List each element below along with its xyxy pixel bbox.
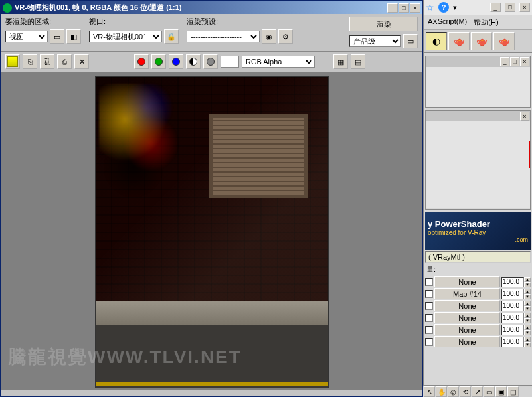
map-slot-button[interactable]: None bbox=[434, 312, 500, 323]
map-amount-input[interactable] bbox=[501, 337, 524, 347]
map-slot-button[interactable]: Map #14 bbox=[434, 288, 500, 299]
clear-icon[interactable]: ✕ bbox=[74, 54, 89, 69]
map-amount-input[interactable] bbox=[501, 301, 524, 311]
side-close-button[interactable]: × bbox=[519, 3, 530, 12]
sub1-min-icon[interactable]: _ bbox=[500, 57, 509, 66]
map-checkbox[interactable] bbox=[425, 314, 433, 322]
area-select[interactable]: 视图 bbox=[5, 31, 48, 42]
channel-select[interactable]: RGB Alpha bbox=[242, 56, 315, 68]
spin-up-icon[interactable]: ▲ bbox=[524, 313, 531, 318]
map-checkbox[interactable] bbox=[425, 278, 433, 286]
help-dropdown-icon[interactable]: ▾ bbox=[453, 3, 457, 12]
crop-icon[interactable]: ◧ bbox=[66, 29, 81, 44]
favorite-icon[interactable]: ☆ bbox=[426, 2, 434, 13]
spin-down-icon[interactable]: ▼ bbox=[524, 282, 531, 287]
alpha-channel-icon[interactable] bbox=[186, 54, 201, 69]
spin-down-icon[interactable]: ▼ bbox=[524, 294, 531, 299]
map-amount-input[interactable] bbox=[501, 313, 524, 323]
map-slot-button[interactable]: None bbox=[434, 336, 500, 347]
render-settings-bar: 要渲染的区域: 视图 ▭ ◧ 视口: VR-物理相机001 🔒 渲染预设: --… bbox=[1, 14, 422, 52]
map-amount-spinner[interactable]: ▲▼ bbox=[501, 289, 531, 299]
maximize-button[interactable]: □ bbox=[399, 3, 409, 13]
material-name[interactable]: ( VRayMtl ) bbox=[425, 251, 531, 263]
copy-icon[interactable]: ⎘ bbox=[23, 54, 37, 69]
sample-sphere-icon[interactable]: ◐ bbox=[426, 32, 447, 50]
spin-down-icon[interactable]: ▼ bbox=[524, 318, 531, 323]
color-swatch[interactable] bbox=[221, 56, 239, 68]
map-slot-button[interactable]: None bbox=[434, 300, 500, 311]
nav-maximize-icon[interactable]: ▣ bbox=[495, 386, 507, 397]
map-amount-input[interactable] bbox=[501, 277, 524, 287]
rendered-image bbox=[95, 76, 329, 388]
map-amount-spinner[interactable]: ▲▼ bbox=[501, 325, 531, 335]
map-checkbox[interactable] bbox=[425, 326, 433, 334]
graffiti bbox=[99, 84, 185, 203]
nav-rotate-icon[interactable]: ⟲ bbox=[460, 386, 471, 397]
lock-icon[interactable]: 🔒 bbox=[164, 29, 179, 44]
render-button[interactable]: 渲染 bbox=[349, 17, 418, 31]
save-icon[interactable] bbox=[5, 54, 20, 69]
menu-maxscript[interactable]: AXScript(M) bbox=[428, 17, 467, 27]
map-amount-spinner[interactable]: ▲▼ bbox=[501, 301, 531, 311]
map-checkbox[interactable] bbox=[425, 290, 433, 298]
map-row: None▲▼ bbox=[425, 324, 531, 335]
banner-com: .com bbox=[428, 236, 528, 243]
toggle-b-icon[interactable]: ▤ bbox=[351, 54, 365, 69]
nav-field-icon[interactable]: ▭ bbox=[484, 386, 495, 397]
mono-channel-icon[interactable] bbox=[203, 54, 218, 69]
spin-down-icon[interactable]: ▼ bbox=[524, 330, 531, 335]
map-amount-input[interactable] bbox=[501, 289, 524, 299]
map-slot-button[interactable]: None bbox=[434, 276, 500, 287]
help-icon[interactable]: ? bbox=[438, 2, 449, 13]
quality-select[interactable]: 产品级 bbox=[349, 35, 401, 47]
teapot3-icon[interactable]: 🫖 bbox=[493, 32, 515, 50]
preset-save-icon[interactable]: ⚙ bbox=[278, 29, 293, 44]
nav-parent-icon[interactable]: ↖ bbox=[424, 386, 435, 397]
preset-open-icon[interactable]: ◉ bbox=[262, 29, 276, 44]
sub-panel-1: _ □ × bbox=[425, 56, 531, 108]
print-icon[interactable]: ⎙ bbox=[57, 54, 72, 69]
red-channel-icon[interactable] bbox=[134, 54, 149, 69]
spin-up-icon[interactable]: ▲ bbox=[524, 289, 531, 294]
spin-up-icon[interactable]: ▲ bbox=[524, 277, 531, 282]
nav-zoom-icon[interactable]: ⤢ bbox=[472, 386, 483, 397]
map-amount-spinner[interactable]: ▲▼ bbox=[501, 277, 531, 287]
sub1-close-icon[interactable]: × bbox=[520, 57, 529, 66]
minimize-button[interactable]: _ bbox=[387, 3, 398, 13]
nav-orbit-icon[interactable]: ◎ bbox=[448, 386, 459, 397]
map-amount-spinner[interactable]: ▲▼ bbox=[501, 337, 531, 347]
map-amount-spinner[interactable]: ▲▼ bbox=[501, 313, 531, 323]
sub2-close-icon[interactable]: × bbox=[520, 112, 529, 121]
spin-down-icon[interactable]: ▼ bbox=[524, 306, 531, 311]
close-button[interactable]: × bbox=[410, 3, 420, 13]
spin-up-icon[interactable]: ▲ bbox=[524, 337, 531, 342]
preset-select[interactable]: --------------------- bbox=[187, 31, 260, 42]
map-row: None▲▼ bbox=[425, 300, 531, 311]
map-amount-input[interactable] bbox=[501, 325, 524, 335]
window-title: VR-物理相机001, 帧 0, RGBA 颜色 16 位/通道 (1:1) bbox=[15, 3, 387, 13]
region-icon[interactable]: ▭ bbox=[50, 29, 64, 44]
spin-up-icon[interactable]: ▲ bbox=[524, 325, 531, 330]
map-slot-button[interactable]: None bbox=[434, 324, 500, 335]
clone-icon[interactable]: ⿻ bbox=[40, 54, 54, 69]
teapot2-icon[interactable]: 🫖 bbox=[471, 32, 492, 50]
toggle-a-icon[interactable]: ▦ bbox=[333, 54, 348, 69]
viewport-select[interactable]: VR-物理相机001 bbox=[89, 31, 162, 42]
nav-pan-icon[interactable]: ✋ bbox=[436, 386, 447, 397]
quality-options-icon[interactable]: ▭ bbox=[403, 34, 418, 48]
nav-extra-icon[interactable]: ◫ bbox=[507, 386, 519, 397]
map-checkbox[interactable] bbox=[425, 302, 433, 310]
area-label: 要渲染的区域: bbox=[5, 17, 81, 27]
sub1-max-icon[interactable]: □ bbox=[510, 57, 519, 66]
menu-help[interactable]: 帮助(H) bbox=[474, 17, 498, 27]
window-shutter bbox=[209, 114, 308, 198]
green-channel-icon[interactable] bbox=[151, 54, 166, 69]
side-max-button[interactable]: □ bbox=[505, 3, 515, 12]
teapot1-icon[interactable]: 🫖 bbox=[448, 32, 470, 50]
side-min-button[interactable]: _ bbox=[490, 3, 501, 12]
spin-down-icon[interactable]: ▼ bbox=[524, 342, 531, 347]
powershader-banner: y PowerShader optimized for V-Ray .com bbox=[425, 212, 531, 250]
blue-channel-icon[interactable] bbox=[169, 54, 183, 69]
spin-up-icon[interactable]: ▲ bbox=[524, 301, 531, 306]
map-checkbox[interactable] bbox=[425, 338, 433, 346]
